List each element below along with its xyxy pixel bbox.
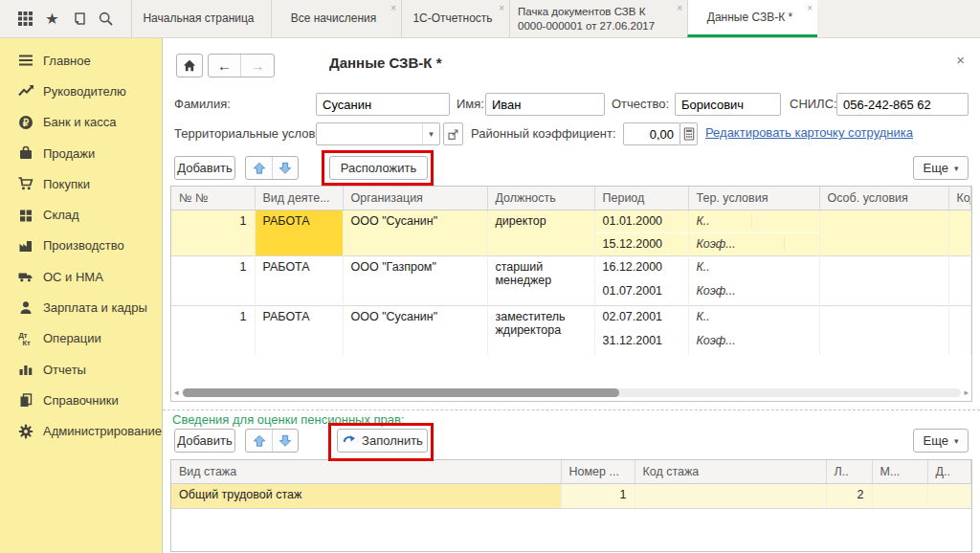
tab-szvk-data-active[interactable]: Данные СЗВ-К *× [687,0,817,37]
factory-icon [16,236,35,255]
calculator-icon [683,127,695,141]
fill-arrow-icon [342,434,356,448]
combo-caret-icon[interactable]: ▾ [422,123,439,144]
territory-open-button[interactable] [443,122,463,145]
add-button-pension[interactable]: Добавить [174,429,235,453]
calculator-button[interactable] [679,122,698,145]
col-header-num: № № [171,187,255,210]
scroll-right-icon[interactable]: ▸ [964,388,969,397]
jobs-table: № № Вид деяте... Организация Должность П… [170,186,972,402]
col-header-number: Номер ... [561,460,635,483]
svg-text:Кт: Кт [23,339,32,347]
coefficient-label: Районный коэффициент: [471,126,616,141]
cart-icon [16,174,35,193]
section-divider [163,409,980,410]
snils-label: СНИЛС: [790,97,837,111]
history-icon[interactable] [70,10,89,29]
more-button-jobs[interactable]: Еще▾ [913,156,969,180]
sidebar-item-production[interactable]: Производство [0,231,162,261]
sidebar-item-sales[interactable]: Продажи [0,138,162,168]
sidebar-item-operations[interactable]: ДтКт Операции [0,323,162,354]
dt-kt-icon: ДтКт [16,329,35,348]
sidebar-item-reports[interactable]: Отчеты [0,354,162,385]
favorites-star-icon[interactable]: ★ [42,10,61,29]
dropdown-arrow-icon: ▾ [954,436,959,446]
sidebar-item-purchases[interactable]: Покупки [0,168,162,199]
sidebar-item-bank[interactable]: ₽ Банк и касса [0,107,162,138]
move-up-button[interactable] [246,430,272,452]
col-header-years: Л.. [826,460,872,483]
sidebar-item-manager[interactable]: Руководителю [0,76,162,106]
middlename-field[interactable]: Борисович [675,93,781,116]
col-header-ter: Тер. условия [688,187,819,210]
jobs-row-2[interactable]: 1 РАБОТА ООО "Газпром" старший менеджер … [171,255,971,280]
jobs-row-1[interactable]: 1 РАБОТА ООО "Сусанин" директор 01.01.20… [171,210,971,232]
selected-cell[interactable]: РАБОТА [255,210,343,255]
move-up-button[interactable] [246,157,272,179]
page-title: Данные СЗВ-К * [329,55,442,71]
col-header-months: М... [872,460,927,483]
horizontal-scrollbar[interactable]: ◂ ▸ [174,387,969,399]
forward-button[interactable]: → [241,55,274,77]
form-close-icon[interactable]: × [956,52,965,68]
fill-button[interactable]: Заполнить [337,429,428,453]
sidebar-item-warehouse[interactable]: Склад [0,199,162,230]
home-button[interactable] [176,54,203,77]
tab-home[interactable]: Начальная страница [131,0,271,37]
sidebar-item-administration[interactable]: Администрирование [0,416,162,447]
back-button[interactable]: ← [209,55,241,77]
scroll-left-icon[interactable]: ◂ [174,388,179,397]
tab-close-icon[interactable]: × [499,4,504,13]
sidebar: Главное Руководителю ₽ Банк и касса Прод… [0,38,163,553]
move-down-button[interactable] [272,157,298,179]
col-header-stazh-code: Код стажа [635,460,826,483]
search-icon[interactable] [97,10,116,29]
coefficient-field[interactable]: 0,00 [623,122,680,145]
move-down-button[interactable] [272,430,298,452]
tab-bar: ★ Начальная страница Все начисления× 1С-… [0,0,980,38]
lastname-field[interactable]: Сусанин [316,93,450,116]
pension-row-1[interactable]: Общий трудовой стаж 1 2 [171,483,971,508]
tab-close-icon[interactable]: × [677,4,682,13]
sidebar-item-directories[interactable]: Справочники [0,385,162,415]
svg-text:₽: ₽ [23,117,30,127]
scrollbar-thumb[interactable] [183,388,619,397]
tab-close-icon[interactable]: × [807,4,813,13]
open-icon [447,128,459,141]
bar-chart-icon [16,360,35,379]
sidebar-item-os-nma[interactable]: ОС и НМА [0,261,162,292]
col-header-days: Д.. [927,460,971,483]
tab-document-pack[interactable]: Пачка документов СЗВ К 0000-000001 от 27… [509,0,687,37]
jobs-row-3[interactable]: 1 РАБОТА ООО "Сусанин" заместитель ждире… [171,305,971,330]
snils-field[interactable]: 056-242-865 62 [836,93,969,116]
edit-employee-card-link[interactable]: Редактировать карточку сотрудника [705,125,913,140]
menu-grid-icon[interactable] [15,10,34,29]
tab-1c-reporting[interactable]: 1С-Отчетность× [401,0,509,37]
trend-chart-icon [16,81,35,100]
territory-label: Территориальные условия: [174,126,332,141]
move-buttons-jobs [245,156,299,180]
tab-accruals[interactable]: Все начисления× [271,0,401,37]
sidebar-item-main[interactable]: Главное [0,45,162,76]
arrange-button[interactable]: Расположить [329,156,428,180]
add-button-jobs[interactable]: Добавить [174,156,235,180]
person-icon [16,299,35,318]
col-header-org: Организация [343,187,487,210]
tab-close-icon[interactable]: × [390,4,396,13]
firstname-field[interactable]: Иван [485,93,605,116]
bag-icon [16,144,35,163]
system-toolbar: ★ [0,0,131,37]
territory-combobox[interactable]: ▾ [316,122,440,145]
truck-icon [16,267,35,286]
gear-icon [16,422,35,441]
move-buttons-pension [245,429,299,453]
lastname-label: Фамилия: [174,97,231,111]
firstname-label: Имя: [457,97,484,111]
dropdown-arrow-icon: ▾ [954,164,959,173]
sidebar-item-salary-hr[interactable]: Зарплата и кадры [0,292,162,322]
middlename-label: Отчество: [612,97,669,111]
more-button-pension[interactable]: Еще▾ [913,429,969,453]
history-nav-group: ← → [208,54,275,77]
menu-lines-icon [16,51,35,70]
warehouse-grid-icon [16,206,35,225]
